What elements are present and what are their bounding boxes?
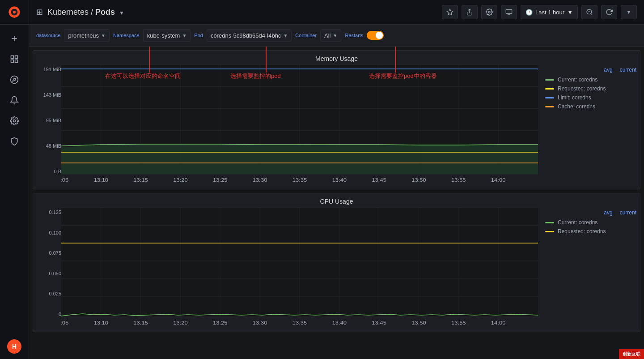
svg-text:13:55: 13:55 (451, 320, 466, 326)
sidebar-item-config[interactable] (5, 112, 23, 130)
svg-point-18 (488, 11, 490, 13)
cpu-chart-area: 0.125 0.100 0.075 0.050 0.025 0 (33, 207, 640, 332)
cpu-y5: 0.100 (37, 230, 61, 235)
datasource-caret: ▼ (101, 33, 106, 38)
svg-point-15 (13, 120, 16, 122)
svg-text:13:20: 13:20 (173, 177, 188, 183)
refresh-icon (606, 9, 613, 16)
share-button[interactable] (462, 5, 478, 19)
user-avatar[interactable]: H (7, 339, 21, 354)
svg-text:13:40: 13:40 (332, 320, 347, 326)
apps-icon (10, 55, 19, 64)
monitor-icon (505, 9, 513, 16)
svg-rect-12 (15, 60, 18, 63)
cpu-legend-requested-text: Requested: coredns (558, 228, 606, 235)
settings-button[interactable] (481, 5, 497, 19)
topbar: ⊞ Kubernetes / Pods ▼ (29, 0, 644, 25)
plus-icon (10, 34, 19, 43)
datasource-value: prometheus (68, 32, 99, 39)
memory-legend-current-line (545, 79, 554, 81)
memory-chart-title: Memory Usage (33, 51, 640, 64)
grafana-logo-icon (8, 5, 21, 19)
settings-icon (486, 9, 493, 16)
svg-text:13:25: 13:25 (213, 177, 228, 183)
pod-label: Pod (194, 33, 203, 38)
share-icon (466, 9, 473, 16)
cpu-current-label: current (620, 209, 636, 216)
cpu-chart-body: 13:05 13:10 13:15 13:20 13:25 13:30 13:3… (61, 207, 538, 328)
svg-rect-9 (11, 56, 14, 59)
sidebar: H (0, 0, 29, 359)
namespace-select[interactable]: kube-system ▼ (143, 29, 191, 42)
page-title: Kubernetes / Pods ▼ (47, 8, 124, 17)
svg-text:13:45: 13:45 (372, 177, 386, 183)
memory-legend-current-text: Current: coredns (558, 77, 597, 83)
clock-icon: 🕐 (525, 9, 533, 16)
memory-current-label: current (620, 67, 636, 73)
svg-text:13:20: 13:20 (173, 320, 188, 326)
app-logo[interactable] (0, 0, 29, 25)
compass-icon (10, 75, 19, 84)
sidebar-item-dashboards[interactable] (5, 50, 23, 68)
cpu-chart-panel: CPU Usage 0.125 0.100 0.075 0.050 0.025 … (33, 193, 640, 332)
cpu-legend-requested: Requested: coredns (545, 228, 636, 235)
cpu-y3: 0.050 (37, 271, 61, 276)
svg-rect-10 (15, 56, 18, 59)
cpu-y2: 0.025 (37, 291, 61, 296)
svg-text:13:05: 13:05 (61, 320, 69, 326)
cpu-y4: 0.075 (37, 250, 61, 256)
memory-legend-cache: Cache: coredns (545, 103, 636, 110)
filter-bar: datasource prometheus ▼ Namespace kube-s… (29, 25, 644, 47)
restarts-label: Restarts (345, 33, 363, 38)
sidebar-item-explore[interactable] (5, 71, 23, 89)
namespace-value: kube-system (147, 32, 180, 39)
memory-legend-limit-line (545, 97, 554, 98)
datasource-label: datasource (36, 33, 60, 38)
cpu-y6: 0.125 (37, 209, 61, 215)
cpu-legend-current-line (545, 222, 554, 223)
memory-y2: 48 MiB (37, 143, 61, 149)
namespace-label: Namespace (113, 33, 140, 38)
svg-rect-11 (11, 60, 14, 63)
cpu-legend-header: avg current (545, 209, 636, 216)
sidebar-item-add[interactable] (5, 30, 23, 47)
memory-avg-label: avg (604, 67, 612, 73)
time-range-picker[interactable]: 🕐 Last 1 hour ▼ (521, 5, 578, 19)
title-caret: ▼ (119, 10, 124, 16)
svg-text:14:00: 14:00 (491, 177, 506, 183)
memory-chart-body: 13:05 13:10 13:15 13:20 13:25 13:30 13:3… (61, 64, 538, 185)
svg-text:13:35: 13:35 (292, 320, 307, 326)
svg-line-23 (591, 13, 592, 15)
topbar-grid-icon: ⊞ (36, 7, 43, 17)
memory-legend-requested-line (545, 88, 554, 90)
sidebar-item-alerting[interactable] (5, 91, 23, 109)
svg-marker-43 (61, 144, 538, 174)
svg-point-13 (11, 76, 18, 84)
datasource-select[interactable]: prometheus ▼ (64, 29, 110, 42)
memory-legend-cache-text: Cache: coredns (558, 103, 595, 110)
sidebar-item-admin[interactable] (5, 132, 23, 150)
tv-button[interactable] (501, 5, 517, 19)
svg-text:13:15: 13:15 (133, 320, 148, 326)
refresh-button[interactable] (601, 5, 617, 19)
cpu-legend-current: Current: coredns (545, 219, 636, 226)
container-caret: ▼ (333, 33, 338, 38)
container-label: Container (295, 33, 317, 38)
title-suffix: Pods (95, 8, 115, 17)
dropdown-button[interactable]: ▼ (621, 5, 637, 19)
shield-icon (10, 137, 19, 146)
zoom-out-button[interactable] (581, 5, 597, 19)
pod-select[interactable]: coredns-5c98db65d4-l4bhc ▼ (207, 29, 292, 42)
cpu-legend-requested-line (545, 231, 554, 232)
star-icon (446, 9, 453, 16)
zoom-icon (586, 9, 593, 16)
svg-text:13:15: 13:15 (133, 177, 148, 183)
cpu-legend-current-text: Current: coredns (558, 219, 597, 226)
watermark: 创新互联 (619, 349, 644, 359)
svg-text:13:40: 13:40 (332, 177, 347, 183)
star-button[interactable] (442, 5, 458, 19)
container-select[interactable]: All ▼ (320, 29, 341, 42)
topbar-actions: 🕐 Last 1 hour ▼ ▼ (442, 5, 637, 19)
namespace-caret: ▼ (182, 33, 186, 38)
restarts-toggle[interactable] (367, 31, 384, 40)
